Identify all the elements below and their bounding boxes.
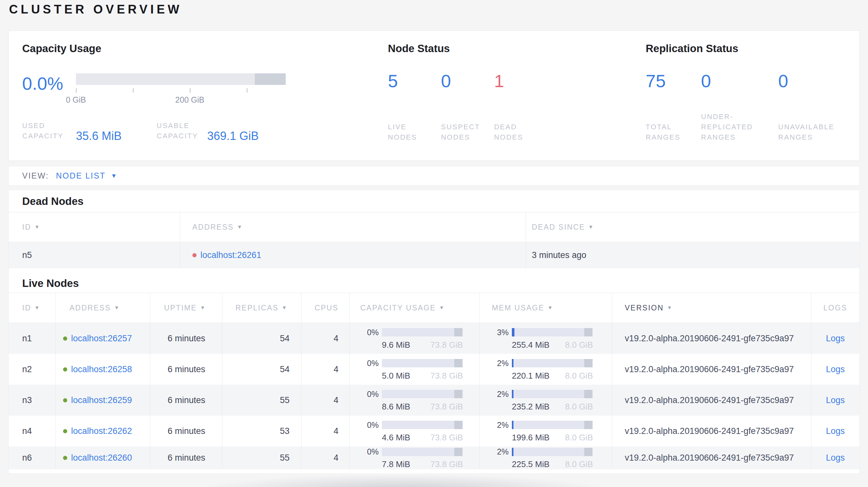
sort-desc-icon: ▼ bbox=[34, 224, 40, 230]
capacity-used-value: 7.8 MiB bbox=[382, 459, 410, 469]
column-header-dead-since[interactable]: DEAD SINCE ▼ bbox=[526, 212, 859, 242]
capacity-bar-dark-segment bbox=[255, 73, 286, 85]
column-header-uptime[interactable]: UPTIME ▼ bbox=[150, 293, 222, 323]
mem-percent-label: 2% bbox=[480, 359, 509, 368]
uptime-cell: 6 minutes bbox=[150, 416, 222, 447]
mem-usage-bar bbox=[512, 328, 593, 336]
dead-nodes-table-header: ID ▼ ADDRESS ▼ DEAD SINCE ▼ bbox=[9, 212, 859, 242]
mem-used-value: 255.4 MiB bbox=[512, 340, 550, 350]
mem-usage-bar bbox=[512, 448, 593, 456]
mem-used-value: 199.6 MiB bbox=[512, 433, 550, 443]
capacity-usage-bar bbox=[382, 448, 463, 456]
logs-cell: Logs bbox=[811, 416, 859, 447]
dead-node-row: n5 localhost:26261 3 minutes ago bbox=[9, 242, 859, 268]
mem-total-value: 8.0 GiB bbox=[565, 433, 593, 443]
cpus-cell: 4 bbox=[302, 385, 350, 416]
mem-percent-label: 2% bbox=[480, 390, 509, 399]
capacity-total-value: 73.8 GiB bbox=[430, 371, 463, 381]
node-address-cell: localhost:26257 bbox=[56, 323, 150, 354]
mem-percent-label: 2% bbox=[480, 447, 509, 456]
mem-usage-cell: 3% 255.4 MiB 8.0 GiB bbox=[480, 323, 612, 354]
node-address-link[interactable]: localhost:26259 bbox=[71, 395, 132, 405]
replication-status-panel: Replication Status 75 TOTAL RANGES 0 UND… bbox=[645, 42, 846, 142]
suspect-nodes-label: SUSPECT NODES bbox=[441, 122, 486, 142]
dropdown-caret-icon: ▼ bbox=[111, 172, 117, 180]
dead-nodes-label: DEAD NODES bbox=[494, 122, 539, 142]
live-nodes-table-header: ID ▼ ADDRESS ▼ UPTIME ▼ REPLICAS ▼ CPUS … bbox=[9, 293, 859, 323]
used-capacity-label: USED CAPACITY bbox=[22, 121, 76, 142]
logs-link[interactable]: Logs bbox=[826, 364, 845, 375]
cpus-cell: 4 bbox=[302, 447, 350, 469]
replication-status-title: Replication Status bbox=[646, 42, 846, 55]
mem-total-value: 8.0 GiB bbox=[565, 340, 593, 350]
node-address-link[interactable]: localhost:26261 bbox=[200, 250, 261, 260]
column-header-mem-usage[interactable]: MEM USAGE ▼ bbox=[480, 293, 612, 323]
mem-percent-label: 3% bbox=[480, 328, 509, 337]
node-address-link[interactable]: localhost:26260 bbox=[71, 453, 132, 463]
sort-desc-icon: ▼ bbox=[200, 305, 206, 311]
mem-total-value: 8.0 GiB bbox=[565, 371, 593, 381]
mem-usage-cell: 2% 235.2 MiB 8.0 GiB bbox=[480, 385, 612, 416]
capacity-percent-label: 0% bbox=[350, 447, 379, 456]
node-address-cell: localhost:26260 bbox=[56, 447, 150, 469]
capacity-total-value: 73.8 GiB bbox=[430, 433, 463, 443]
uptime-cell: 6 minutes bbox=[150, 385, 222, 416]
mem-used-value: 220.1 MiB bbox=[512, 371, 550, 381]
column-header-version[interactable]: VERSION ▼ bbox=[612, 293, 811, 323]
sort-desc-icon: ▼ bbox=[439, 305, 445, 311]
cpus-cell: 4 bbox=[302, 416, 350, 447]
version-cell: v19.2.0-alpha.20190606-2491-gfe735c9a97 bbox=[612, 416, 811, 447]
axis-tick bbox=[76, 88, 76, 93]
capacity-used-value: 8.6 MiB bbox=[382, 402, 410, 412]
capacity-used-value: 9.6 MiB bbox=[382, 340, 410, 350]
live-nodes-heading: Live Nodes bbox=[9, 268, 859, 293]
cluster-overview-card: Capacity Usage 0.0% 0 GiB 200 GiB USED C… bbox=[8, 31, 860, 161]
node-id-cell: n4 bbox=[9, 416, 56, 447]
node-list-card: Dead Nodes ID ▼ ADDRESS ▼ DEAD SINCE ▼ n… bbox=[8, 190, 860, 474]
node-id-cell: n1 bbox=[9, 323, 56, 354]
view-selector-bar: VIEW: NODE LIST ▼ bbox=[8, 166, 860, 186]
column-header-id[interactable]: ID ▼ bbox=[9, 293, 56, 323]
mem-used-value: 225.5 MiB bbox=[512, 459, 550, 469]
capacity-usage-panel: Capacity Usage 0.0% 0 GiB 200 GiB USED C… bbox=[22, 42, 385, 142]
column-header-id[interactable]: ID ▼ bbox=[9, 212, 180, 242]
logs-cell: Logs bbox=[811, 385, 859, 416]
capacity-percent: 0.0% bbox=[22, 75, 76, 93]
dead-nodes-stat: 1 DEAD NODES bbox=[494, 72, 552, 142]
capacity-percent-label: 0% bbox=[350, 390, 379, 399]
live-nodes-count: 5 bbox=[388, 72, 441, 90]
node-live-icon bbox=[63, 367, 67, 371]
replicas-cell: 55 bbox=[222, 447, 302, 469]
suspect-nodes-stat: 0 SUSPECT NODES bbox=[441, 72, 494, 142]
node-address-link[interactable]: localhost:26258 bbox=[71, 364, 132, 375]
sort-desc-icon: ▼ bbox=[548, 305, 553, 311]
view-dropdown[interactable]: NODE LIST ▼ bbox=[56, 171, 118, 181]
uptime-cell: 6 minutes bbox=[150, 447, 222, 469]
capacity-usage-cell: 0% 8.6 MiB 73.8 GiB bbox=[350, 385, 480, 416]
node-address-cell: localhost:26259 bbox=[56, 385, 150, 416]
node-live-icon bbox=[63, 336, 67, 340]
node-address-link[interactable]: localhost:26262 bbox=[71, 426, 132, 436]
node-address-link[interactable]: localhost:26257 bbox=[71, 333, 132, 344]
logs-cell: Logs bbox=[811, 323, 859, 354]
node-live-icon bbox=[63, 398, 67, 402]
live-node-row: n3 localhost:26259 6 minutes 55 4 0% bbox=[9, 385, 859, 416]
capacity-usage-cell: 0% 7.8 MiB 73.8 GiB bbox=[350, 447, 480, 469]
column-header-cpus[interactable]: CPUS bbox=[302, 293, 350, 323]
bottom-shadow bbox=[145, 474, 659, 487]
logs-link[interactable]: Logs bbox=[826, 333, 845, 344]
column-header-capacity-usage[interactable]: CAPACITY USAGE ▼ bbox=[350, 293, 480, 323]
column-header-replicas[interactable]: REPLICAS ▼ bbox=[222, 293, 302, 323]
logs-link[interactable]: Logs bbox=[826, 395, 845, 405]
node-id-cell: n6 bbox=[9, 447, 56, 469]
under-replicated-label: UNDER-REPLICATED RANGES bbox=[701, 111, 765, 142]
column-header-address[interactable]: ADDRESS ▼ bbox=[56, 293, 150, 323]
sort-desc-icon: ▼ bbox=[237, 224, 243, 230]
page-title: CLUSTER OVERVIEW bbox=[9, 3, 182, 17]
mem-total-value: 8.0 GiB bbox=[565, 402, 593, 412]
logs-link[interactable]: Logs bbox=[826, 453, 845, 463]
replicas-cell: 55 bbox=[222, 385, 302, 416]
column-header-address[interactable]: ADDRESS ▼ bbox=[180, 212, 526, 242]
usable-capacity-stat: USABLE CAPACITY 369.1 GiB bbox=[157, 121, 259, 142]
logs-link[interactable]: Logs bbox=[826, 426, 845, 436]
